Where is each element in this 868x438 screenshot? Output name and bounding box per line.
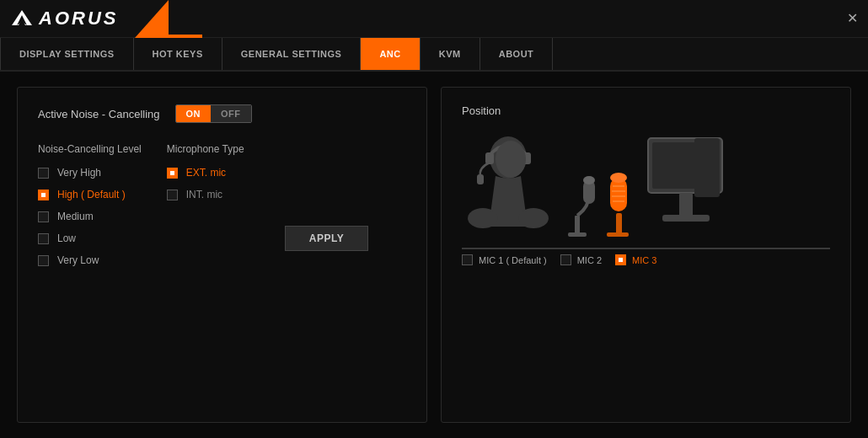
app-title: AORUS (39, 8, 118, 29)
logo-area: AORUS (10, 7, 118, 30)
svg-point-6 (468, 208, 498, 228)
position-illustration (462, 126, 830, 249)
svg-rect-3 (485, 152, 494, 164)
mic-type-column: Microphone Type EXT. mic INT. mic APPLY (167, 143, 368, 276)
anc-row: Active Noise - Cancelling ON OFF (38, 104, 406, 123)
radio-int-mic (167, 190, 178, 200)
nav-item-display-settings[interactable]: DISPLAY SETTINGS (0, 38, 134, 70)
radio-ext-mic (167, 168, 178, 179)
mic-type-title: Microphone Type (167, 143, 368, 155)
radio-low (38, 233, 49, 244)
radio-medium (38, 211, 49, 222)
level-medium-label: Medium (57, 211, 94, 222)
level-low-label: Low (57, 232, 76, 244)
svg-point-12 (583, 176, 595, 184)
svg-rect-5 (477, 174, 484, 184)
radio-very-low (38, 255, 49, 266)
ext-mic-label: EXT. mic (186, 167, 226, 179)
title-bar: AORUS ✕ (0, 0, 868, 38)
level-low[interactable]: Low (38, 232, 142, 244)
mic3-icon (600, 161, 639, 241)
close-button[interactable]: ✕ (847, 12, 858, 25)
svg-rect-23 (679, 193, 693, 216)
position-label: Position (462, 104, 830, 117)
mic-selector-row: MIC 1 ( Default ) MIC 2 MIC 3 (462, 254, 830, 265)
level-very-high[interactable]: Very High (38, 167, 142, 179)
level-medium[interactable]: Medium (38, 211, 142, 222)
mic2-icon (560, 165, 595, 241)
level-high-default[interactable]: High ( Default ) (38, 189, 142, 200)
svg-point-20 (610, 173, 627, 183)
nav-item-kvm[interactable]: KVM (421, 38, 480, 70)
radio-very-high (38, 168, 49, 179)
svg-point-7 (518, 208, 549, 228)
nav-item-general-settings[interactable]: GENERAL SETTINGS (222, 38, 362, 70)
settings-columns: Noise-Cancelling Level Very High High ( … (38, 143, 406, 276)
anc-label: Active Noise - Cancelling (38, 108, 160, 120)
monitor-icon (644, 134, 728, 248)
nav-item-anc[interactable]: ANC (361, 38, 420, 70)
person-headset-icon (462, 126, 555, 248)
radio-high-default (38, 190, 49, 200)
level-very-low[interactable]: Very Low (38, 254, 142, 266)
mic3-option[interactable]: MIC 3 (615, 254, 656, 265)
mic1-option[interactable]: MIC 1 ( Default ) (462, 254, 547, 265)
mic3-label: MIC 3 (632, 255, 656, 265)
mic-int[interactable]: INT. mic (167, 189, 368, 200)
mic2-label: MIC 2 (577, 255, 602, 265)
anc-toggle-group: ON OFF (175, 104, 252, 123)
apply-button[interactable]: APPLY (285, 226, 368, 251)
left-panel: Active Noise - Cancelling ON OFF Noise-C… (17, 87, 427, 423)
svg-rect-10 (575, 216, 580, 234)
mic-ext[interactable]: EXT. mic (167, 167, 368, 179)
svg-rect-25 (694, 138, 720, 197)
main-content: Active Noise - Cancelling ON OFF Noise-C… (0, 72, 868, 438)
mic2-option[interactable]: MIC 2 (560, 254, 602, 265)
svg-rect-14 (616, 213, 622, 234)
svg-rect-24 (662, 215, 710, 222)
radio-mic1 (462, 254, 473, 265)
mic1-label: MIC 1 ( Default ) (479, 255, 547, 265)
aorus-logo-icon (10, 7, 34, 30)
level-very-high-label: Very High (57, 167, 101, 179)
toggle-off-button[interactable]: OFF (211, 105, 251, 122)
right-panel: Position (441, 87, 851, 423)
svg-point-8 (496, 141, 526, 178)
toggle-on-button[interactable]: ON (176, 105, 212, 122)
nav-bar: DISPLAY SETTINGS HOT KEYS GENERAL SETTIN… (0, 38, 868, 72)
noise-level-title: Noise-Cancelling Level (38, 143, 142, 155)
nav-item-about[interactable]: ABOUT (480, 38, 554, 70)
level-very-low-label: Very Low (57, 254, 99, 266)
nav-item-hot-keys[interactable]: HOT KEYS (134, 38, 222, 70)
radio-mic3 (615, 254, 626, 265)
level-high-default-label: High ( Default ) (57, 189, 126, 200)
noise-level-column: Noise-Cancelling Level Very High High ( … (38, 143, 142, 276)
int-mic-label: INT. mic (186, 189, 222, 200)
radio-mic2 (560, 254, 571, 265)
